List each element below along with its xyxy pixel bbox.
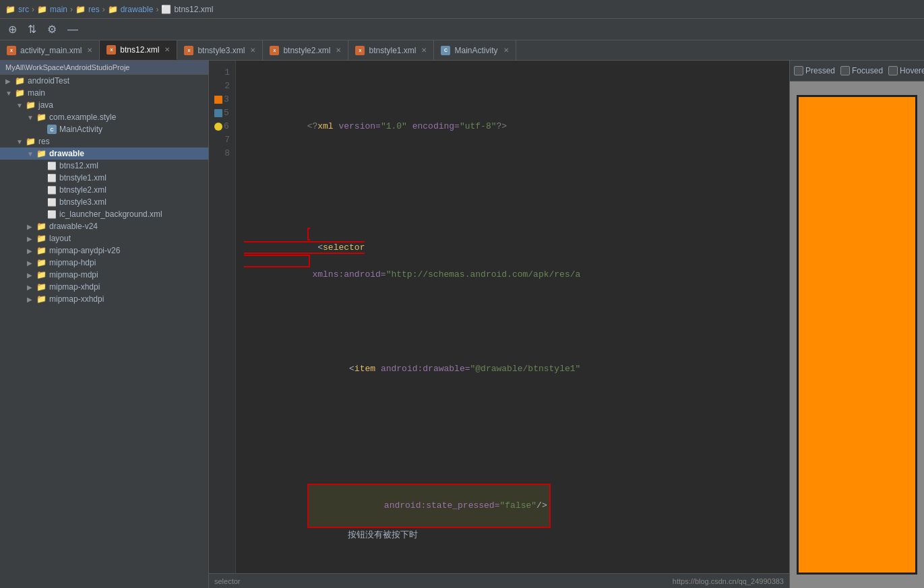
toolbar-sort-button[interactable]: ⇅: [25, 22, 39, 37]
chevron-right-icon-mipmap-xxhdpi: ▶: [27, 296, 34, 303]
chevron-down-icon-main: ▼: [5, 90, 12, 97]
tab-close-btnstyle1[interactable]: ✕: [421, 46, 427, 54]
breadcrumb-file: btns12.xml: [174, 5, 213, 14]
preview-inner: [797, 95, 917, 575]
state-focused-check[interactable]: Focused: [840, 66, 883, 75]
sidebar-item-mipmap-anydpi[interactable]: ▶ 📁 mipmap-anydpi-v26: [0, 244, 208, 257]
focused-label: Focused: [852, 66, 883, 75]
sidebar-item-androidtest[interactable]: ▶ 📁 androidTest: [0, 75, 208, 87]
sidebar-item-com-example[interactable]: ▼ 📁 com.example.style: [0, 111, 208, 123]
breadcrumb-src[interactable]: src: [18, 5, 29, 14]
tab-icon-btns12: x: [106, 45, 116, 55]
line-num-7: 7: [214, 133, 230, 147]
tab-close-btnstyle3[interactable]: ✕: [250, 46, 255, 54]
toolbar-settings-button[interactable]: ⚙: [44, 22, 59, 37]
tab-btnstyle3[interactable]: x btnstyle3.xml ✕: [177, 40, 263, 60]
sep2: ›: [70, 5, 73, 14]
line-num-1: 1: [214, 66, 230, 79]
xml-tag-item-3: item: [355, 364, 375, 374]
sidebar-label-com: com.example.style: [49, 112, 116, 122]
xml-tag-selector: selector: [323, 242, 365, 253]
folder-icon-androidtest: 📁: [15, 76, 25, 86]
sidebar-item-mipmap-mdpi[interactable]: ▶ 📁 mipmap-mdpi: [0, 269, 208, 281]
toolbar-plus-button[interactable]: ⊕: [5, 22, 20, 37]
xml-bracket-3: <: [349, 364, 355, 374]
breadcrumb-res[interactable]: res: [88, 5, 100, 14]
pressed-checkbox[interactable]: [794, 66, 803, 75]
xml-attr-version: version=: [338, 121, 380, 131]
chevron-right-icon: ▶: [5, 77, 12, 85]
line-num-6: 6: [214, 120, 230, 133]
sidebar-label-v24: drawable-v24: [49, 222, 98, 231]
folder-icon-v24: 📁: [36, 222, 47, 231]
sidebar-item-mipmap-xhdpi[interactable]: ▶ 📁 mipmap-xhdpi: [0, 281, 208, 293]
tab-icon-btnstyle2: x: [270, 46, 279, 55]
sidebar-label-res: res: [38, 137, 50, 146]
tab-label-btnstyle3: btnstyle3.xml: [197, 46, 245, 55]
breadcrumb-drawable[interactable]: drawable: [121, 5, 154, 14]
code-editor[interactable]: 1 2 3 5 6 7 8: [209, 61, 789, 573]
tab-mainactivity[interactable]: C MainActivity ✕: [434, 40, 516, 60]
xml-prolog-start: <?: [307, 121, 318, 131]
hovered-checkbox[interactable]: [888, 66, 898, 75]
sidebar-item-main[interactable]: ▼ 📁 main: [0, 87, 208, 99]
tab-close-btnstyle2[interactable]: ✕: [336, 46, 341, 54]
xml-spaces-3: [307, 364, 349, 374]
breadcrumb-main[interactable]: main: [50, 5, 67, 14]
sidebar-item-btnstyle2[interactable]: ⬜ btnstyle2.xml: [0, 184, 208, 196]
folder-icon-main: 📁: [15, 88, 25, 98]
folder-icon-mipmap-anydpi: 📁: [36, 246, 47, 255]
sidebar-item-btnstyle3[interactable]: ⬜ btnstyle3.xml: [0, 196, 208, 208]
sidebar-item-btns12[interactable]: ⬜ btns12.xml: [0, 160, 208, 172]
sidebar-item-drawable[interactable]: ▼ 📁 drawable: [0, 148, 208, 160]
xml-prolog-end: ?>: [497, 121, 507, 131]
focused-checkbox[interactable]: [840, 66, 850, 75]
chevron-right-icon-mipmap-xhdpi: ▶: [27, 284, 34, 291]
xml-value-drawable-3: "@drawable/btnstyle1": [470, 364, 581, 374]
toolbar-minimize-button[interactable]: —: [65, 22, 81, 37]
tab-close-activity-main[interactable]: ✕: [87, 46, 92, 54]
toolbar: ⊕ ⇅ ⚙ —: [0, 19, 924, 40]
sidebar-item-layout[interactable]: ▶ 📁 layout: [0, 232, 208, 244]
tab-close-mainactivity[interactable]: ✕: [503, 46, 509, 54]
sidebar-item-drawable-v24[interactable]: ▶ 📁 drawable-v24: [0, 220, 208, 232]
code-content[interactable]: <?xml version="1.0" encoding="utf-8"?> ✓…: [236, 61, 789, 573]
tab-btns12[interactable]: x btns12.xml ✕: [100, 40, 177, 60]
sidebar-item-ic-launcher[interactable]: ⬜ ic_launcher_background.xml: [0, 208, 208, 220]
tab-label-btnstyle1: btnstyle1.xml: [369, 46, 416, 55]
sidebar-item-mainactivity[interactable]: C MainActivity: [0, 123, 208, 135]
sidebar-item-java[interactable]: ▼ 📁 java: [0, 99, 208, 111]
sidebar-item-res[interactable]: ▼ 📁 res: [0, 135, 208, 148]
tab-btnstyle1[interactable]: x btnstyle1.xml ✕: [348, 40, 434, 60]
folder-icon4: 📁: [108, 5, 118, 14]
folder-icon3: 📁: [75, 5, 86, 14]
java-icon-mainactivity: C: [47, 125, 57, 134]
sidebar: MyAll\WorkSpace\AndroidStudioProje ▶ 📁 a…: [0, 61, 209, 588]
folder-icon: 📁: [5, 5, 16, 14]
sidebar-item-mipmap-hdpi[interactable]: ▶ 📁 mipmap-hdpi: [0, 257, 208, 269]
tab-label-activity-main: activity_main.xml: [20, 46, 82, 55]
line-num-5: 5: [214, 106, 230, 120]
xml-value-xmlns: "http://schemas.android.com/apk/res/a: [386, 269, 581, 280]
state-hovered-check[interactable]: Hovered: [888, 66, 924, 75]
code-line-2: <selector xmlns:android="http://schemas.…: [244, 214, 781, 295]
breadcrumb-bar: 📁 src › 📁 main › 📁 res › 📁 drawable › ⬜ …: [0, 0, 924, 19]
tab-btnstyle2[interactable]: x btnstyle2.xml ✕: [263, 40, 348, 60]
bottom-bar: selector https://blog.csdn.cn/qq_2499038…: [209, 573, 789, 588]
state-pressed-check[interactable]: Pressed: [794, 66, 835, 75]
line-num-8: 8: [214, 147, 230, 160]
xml-value-false: "false": [499, 500, 536, 511]
sidebar-item-mipmap-xxhdpi[interactable]: ▶ 📁 mipmap-xxhdpi: [0, 293, 208, 305]
folder-icon2: 📁: [37, 5, 47, 14]
code-line-3: <item android:drawable="@drawable/btnsty…: [244, 349, 781, 403]
sidebar-item-btnstyle1[interactable]: ⬜ btnstyle1.xml: [0, 172, 208, 184]
sidebar-label-mainactivity: MainActivity: [59, 125, 102, 134]
xml-icon-btns12: ⬜: [47, 162, 57, 170]
tab-activity-main[interactable]: x activity_main.xml ✕: [0, 40, 100, 60]
tab-close-btns12[interactable]: ✕: [164, 46, 170, 53]
tab-label-btnstyle2: btnstyle2.xml: [283, 46, 330, 55]
bottom-right: https://blog.csdn.cn/qq_24990383: [673, 577, 784, 585]
xml-icon-btnstyle2: ⬜: [47, 186, 57, 195]
folder-icon-mipmap-hdpi: 📁: [36, 258, 47, 267]
folder-icon-layout: 📁: [36, 234, 47, 243]
